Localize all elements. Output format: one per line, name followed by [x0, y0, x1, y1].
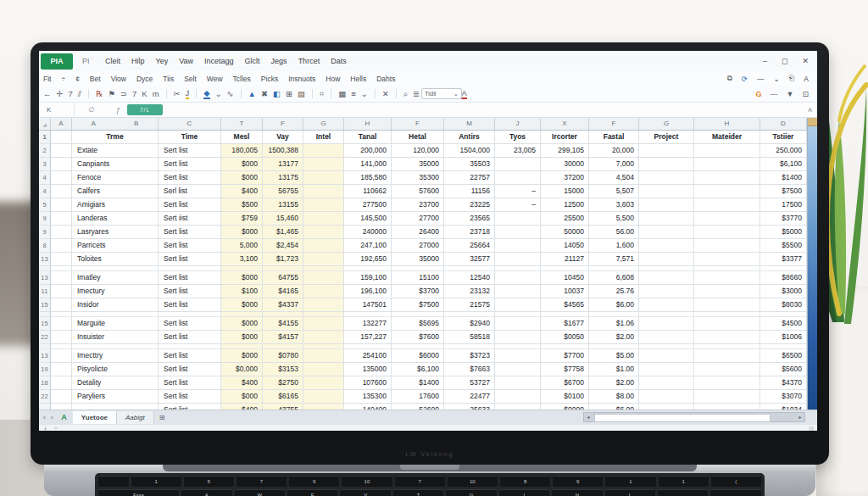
cell-ircorter[interactable]: $7700	[541, 349, 589, 363]
cell-tyos[interactable]	[495, 349, 541, 363]
cell-tstiier[interactable]: $4370	[760, 376, 807, 390]
cell-a[interactable]	[51, 298, 72, 312]
cell-tyos[interactable]	[495, 271, 541, 285]
cell-fastal[interactable]: 5,500	[589, 212, 639, 226]
align-icon[interactable]: ≡	[351, 89, 356, 98]
cell-tanal[interactable]: 240000	[344, 226, 392, 239]
cell-tstiier[interactable]: $3377	[760, 253, 807, 266]
sync-icon[interactable]: ⟳	[742, 75, 748, 83]
cell-type[interactable]: Sert list	[159, 144, 221, 158]
cell-tyos[interactable]	[495, 317, 541, 331]
cell-mesl[interactable]: $500	[221, 198, 263, 212]
cell-project[interactable]	[639, 363, 694, 376]
cell-hetal[interactable]: 27000	[392, 239, 444, 253]
cell-tanal[interactable]: 185,580	[344, 171, 392, 185]
column-header[interactable]: G	[639, 118, 694, 131]
tab-nav-arrow-icon[interactable]: ‹	[43, 414, 46, 421]
cell-type[interactable]: Sert list	[159, 317, 221, 331]
cell-mateider[interactable]	[694, 331, 760, 344]
cell-tyos[interactable]	[495, 239, 541, 253]
filter-icon[interactable]: ▼	[787, 90, 794, 98]
cell-ircorter[interactable]: $0100	[541, 390, 589, 404]
cell-tanal[interactable]: 196,100	[344, 285, 392, 298]
cell-fastal[interactable]: $1.00	[589, 363, 639, 376]
cell-hetal[interactable]: 27700	[392, 212, 444, 226]
cell-antirs[interactable]: 1504,000	[444, 144, 495, 158]
cell-antirs[interactable]: $7663	[444, 363, 495, 376]
cell-a[interactable]	[51, 349, 72, 363]
cell-fastal[interactable]: $6.00	[589, 298, 639, 312]
cell-intel[interactable]	[303, 349, 344, 363]
clipboard-icon[interactable]: ⎗	[789, 74, 795, 83]
pencil-icon[interactable]: ∅	[75, 106, 108, 114]
sheet-tab[interactable]: Yuetooe	[73, 411, 117, 424]
cell-vay[interactable]: 1500,388	[263, 144, 303, 158]
cell-a[interactable]	[51, 198, 72, 212]
cell-hetal[interactable]: $7600	[392, 331, 444, 344]
cell-tanal[interactable]: 135300	[344, 390, 392, 404]
cell-vay[interactable]: $3153	[263, 363, 303, 376]
cell-hetal[interactable]: 26400	[392, 226, 444, 239]
cell-intel[interactable]	[303, 144, 344, 158]
cell-vay[interactable]: $4337	[263, 298, 303, 312]
wave-icon[interactable]: ∿	[227, 89, 234, 98]
cell-fastal[interactable]: 5,507	[589, 185, 639, 198]
cell-mesl[interactable]: $000	[221, 390, 263, 404]
cell-antirs[interactable]: 21575	[444, 298, 495, 312]
cell-num[interactable]: 19	[39, 363, 51, 376]
cell-a[interactable]	[51, 131, 72, 144]
cell-mateider[interactable]	[694, 404, 760, 410]
menu-item[interactable]: Hilp	[131, 57, 145, 65]
cell-hetal[interactable]: 17600	[392, 390, 444, 404]
sort-asc-icon[interactable]: ▲	[248, 89, 256, 98]
cell-antirs[interactable]: 25633	[444, 404, 495, 410]
cell-name[interactable]: Imatley	[72, 271, 159, 285]
dash-icon[interactable]: —	[771, 90, 778, 98]
cell-tanal[interactable]: 135000	[344, 363, 392, 376]
scrollbar-top-cap[interactable]	[808, 118, 817, 126]
horizontal-scrollbar[interactable]: ◂ ▸	[583, 412, 805, 422]
cell-vay[interactable]: $0780	[263, 349, 303, 363]
cell-tanal[interactable]: 247,100	[344, 239, 392, 253]
status-icon[interactable]: ⇣	[43, 425, 47, 431]
paint-icon[interactable]: ◧	[273, 89, 281, 98]
cell-num[interactable]: 4	[39, 185, 51, 198]
cell-name[interactable]: Paryliers	[72, 390, 159, 404]
minimize-icon[interactable]: –	[763, 57, 767, 65]
cell-project[interactable]	[639, 198, 694, 212]
cell-mateider[interactable]	[694, 253, 760, 266]
cell-project[interactable]	[639, 144, 694, 158]
cell-project[interactable]	[639, 298, 694, 312]
cell-num[interactable]: 22	[39, 390, 51, 404]
cell-fastal[interactable]: 20,000	[589, 144, 639, 158]
cell-name[interactable]: Extate	[72, 144, 159, 158]
cell-num[interactable]: 3	[39, 158, 51, 171]
cell-name[interactable]: Canpiants	[72, 158, 159, 171]
cell-intel[interactable]	[303, 212, 344, 226]
name-box[interactable]: K	[39, 103, 75, 117]
cell-mateider[interactable]	[694, 363, 760, 376]
font-color-icon[interactable]: A	[461, 88, 466, 99]
cell-mesl[interactable]: $000	[221, 331, 263, 344]
column-header[interactable]: J	[495, 118, 541, 131]
cell-mesl[interactable]: $759	[221, 212, 263, 226]
cell-num[interactable]: 22	[39, 331, 51, 344]
cell-antirs[interactable]: 53727	[444, 376, 495, 390]
cell-vay[interactable]: $6165	[263, 390, 303, 404]
cell-name[interactable]: Landeras	[72, 212, 159, 226]
cell-vay[interactable]: 15,460	[263, 212, 303, 226]
cell-num[interactable]: 13	[39, 253, 51, 266]
menu-item[interactable]: Dats	[331, 57, 347, 65]
cell-fastal[interactable]: $1.06	[589, 317, 639, 331]
app-logo[interactable]: PIA	[41, 53, 73, 70]
cell-antirs[interactable]: 23565	[444, 212, 495, 226]
cell-num[interactable]: 4	[39, 171, 51, 185]
cell-ircorter[interactable]: 37200	[541, 171, 589, 185]
cell-num[interactable]: 15	[39, 317, 51, 331]
cell-mateider[interactable]	[694, 298, 760, 312]
cell-project[interactable]	[639, 271, 694, 285]
menu-item[interactable]: Incetagg	[204, 57, 234, 65]
menu-item[interactable]: Hells	[350, 75, 366, 83]
rotate-icon[interactable]: ⊃	[120, 89, 127, 98]
cell-fastal[interactable]: $2.00	[589, 331, 639, 344]
